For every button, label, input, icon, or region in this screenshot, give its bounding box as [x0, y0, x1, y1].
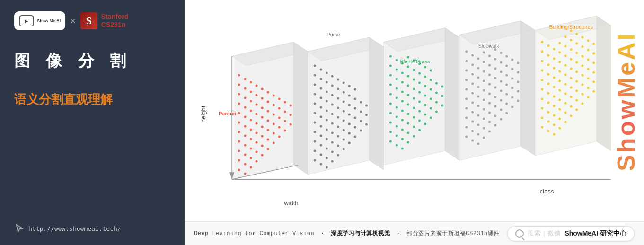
search-icon	[515, 229, 524, 238]
svg-point-182	[413, 78, 415, 80]
svg-point-413	[553, 133, 555, 136]
svg-point-347	[558, 61, 561, 63]
svg-point-316	[511, 96, 513, 98]
svg-point-355	[558, 70, 561, 72]
svg-point-253	[494, 48, 496, 51]
svg-point-145	[343, 139, 345, 141]
svg-point-223	[407, 132, 409, 134]
svg-point-137	[354, 117, 356, 119]
svg-point-311	[483, 127, 485, 130]
svg-point-365	[564, 73, 566, 76]
svg-point-86	[331, 75, 334, 77]
svg-point-231	[396, 144, 398, 147]
svg-point-269	[465, 88, 468, 90]
svg-point-166	[407, 56, 409, 58]
svg-point-169	[401, 71, 404, 74]
svg-point-70	[256, 160, 258, 163]
svg-point-29	[273, 94, 275, 96]
svg-point-244	[471, 54, 474, 56]
svg-point-45	[278, 107, 281, 109]
svg-point-341	[564, 45, 566, 47]
svg-point-403	[553, 124, 555, 126]
svg-point-138	[360, 110, 362, 113]
svg-point-285	[505, 74, 508, 76]
svg-point-258	[488, 64, 491, 66]
svg-point-335	[564, 35, 566, 38]
svg-point-296	[511, 77, 513, 79]
svg-point-171	[413, 59, 415, 61]
svg-point-410	[592, 80, 595, 83]
stanford-logo: S Stanford CS231n	[80, 12, 129, 29]
svg-point-163	[389, 55, 392, 57]
svg-point-23	[238, 122, 240, 124]
svg-point-320	[477, 143, 479, 145]
svg-point-275	[500, 70, 502, 73]
svg-point-268	[505, 55, 508, 57]
svg-point-140	[314, 150, 316, 152]
svg-point-375	[564, 83, 566, 85]
svg-point-389	[587, 68, 589, 70]
svg-point-179	[396, 87, 398, 89]
svg-point-354	[553, 76, 555, 79]
search-badge[interactable]: 搜索｜微信 ShowMeAI 研究中心	[507, 226, 635, 241]
svg-point-168	[396, 68, 398, 70]
svg-point-36	[273, 104, 275, 106]
svg-point-228	[435, 101, 438, 103]
svg-point-204	[407, 113, 409, 115]
svg-point-33	[256, 122, 258, 125]
svg-point-56	[290, 104, 292, 106]
svg-point-314	[500, 108, 502, 111]
svg-point-211	[396, 125, 398, 128]
svg-point-252	[488, 54, 491, 57]
height-label: height	[200, 105, 207, 122]
svg-marker-162	[445, 28, 459, 160]
svg-point-75	[284, 130, 286, 132]
svg-point-207	[424, 94, 426, 96]
slab-building: Building/Structures	[535, 16, 611, 156]
svg-point-278	[465, 97, 468, 100]
svg-point-47	[238, 150, 240, 152]
slab-plants: Plants/Grass	[383, 28, 459, 165]
svg-point-307	[517, 80, 519, 83]
svg-point-99	[320, 106, 322, 108]
svg-point-71	[261, 154, 264, 157]
svg-point-306	[511, 87, 513, 89]
svg-point-342	[570, 39, 572, 41]
svg-point-366	[570, 67, 572, 70]
svg-point-102	[337, 97, 339, 99]
svg-point-108	[331, 113, 334, 115]
svg-point-174	[401, 81, 404, 83]
svg-point-331	[541, 41, 543, 43]
svg-point-229	[441, 95, 443, 97]
svg-point-346	[553, 67, 555, 69]
svg-point-80	[314, 64, 316, 67]
svg-point-164	[396, 59, 398, 61]
svg-point-392	[547, 111, 549, 114]
svg-point-83	[314, 74, 316, 76]
svg-point-277	[511, 58, 513, 61]
svg-point-399	[587, 77, 589, 79]
svg-point-298	[465, 117, 468, 119]
svg-point-404	[558, 118, 561, 120]
svg-point-48	[244, 154, 247, 156]
svg-point-54	[278, 117, 281, 119]
svg-point-368	[581, 55, 583, 57]
svg-point-53	[273, 123, 275, 125]
svg-point-405	[564, 112, 566, 114]
url-text: http://www.showmeai.tech/	[28, 225, 121, 232]
text-cn2: 部分图片来源于斯坦福CS231n课件	[406, 230, 499, 237]
slab-purse: Purse	[308, 32, 383, 175]
svg-point-173	[396, 78, 398, 80]
svg-point-336	[570, 29, 572, 32]
svg-point-192	[430, 69, 432, 71]
svg-point-402	[547, 121, 549, 123]
svg-point-100	[326, 109, 328, 112]
svg-point-37	[278, 97, 281, 100]
svg-point-349	[570, 48, 572, 51]
svg-point-364	[558, 79, 561, 82]
svg-point-383	[553, 105, 555, 107]
svg-point-408	[581, 93, 583, 95]
svg-point-222	[401, 138, 404, 140]
svg-point-85	[326, 81, 328, 83]
svg-point-218	[435, 91, 438, 94]
